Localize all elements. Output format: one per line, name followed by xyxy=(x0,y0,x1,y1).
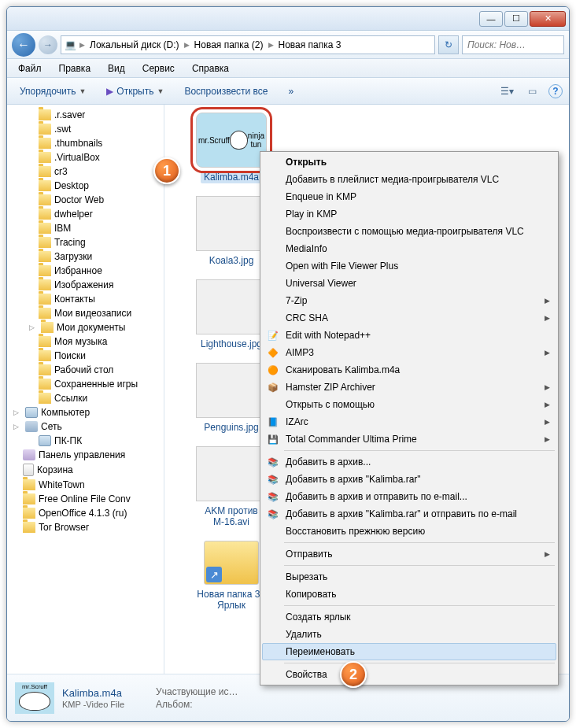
context-menu-item[interactable]: 📦Hamster ZIP Archiver▶ xyxy=(262,379,556,396)
tree-node[interactable]: ▷Мои документы xyxy=(7,320,164,334)
tree-node[interactable]: Desktop xyxy=(7,179,164,193)
crumb-disk[interactable]: Локальный диск (D:) xyxy=(88,39,181,50)
context-menu-item[interactable]: 📚Добавить в архив... xyxy=(262,453,556,471)
tree-node[interactable]: ▷Компьютер xyxy=(7,405,164,419)
menu-edit[interactable]: Правка xyxy=(51,61,99,76)
context-menu-item[interactable]: Open with File Viewer Plus xyxy=(262,257,556,275)
context-menu-item[interactable]: MediaInfo xyxy=(262,240,556,257)
tree-node[interactable]: ▷Сеть xyxy=(7,419,164,434)
tree-node[interactable]: Контакты xyxy=(7,292,164,306)
tree-node[interactable]: Рабочий стол xyxy=(7,363,164,377)
tree-node[interactable]: Избранное xyxy=(7,264,164,278)
tree-node[interactable]: dwhelper xyxy=(7,207,164,221)
context-menu-item[interactable]: Добавить в плейлист медиа-проигрывателя … xyxy=(262,171,556,188)
expand-icon[interactable]: ▷ xyxy=(28,323,36,332)
tree-node[interactable]: .VirtualBox xyxy=(7,150,164,164)
thumbnail-label: Lighthouse.jpg xyxy=(198,338,265,350)
context-menu-item[interactable]: Удалить xyxy=(262,626,556,643)
context-menu-item[interactable]: 📝Edit with Notepad++ xyxy=(262,327,556,344)
menu-item-label: Open with File Viewer Plus xyxy=(286,261,398,272)
menu-view[interactable]: Вид xyxy=(100,61,133,76)
menu-file[interactable]: Файл xyxy=(10,61,50,76)
help-icon[interactable]: ? xyxy=(548,84,563,98)
menu-help[interactable]: Справка xyxy=(184,61,237,76)
context-menu-item[interactable]: 💾Total Commander Ultima Prime▶ xyxy=(262,431,556,448)
menu-item-label: Enqueue in KMP xyxy=(286,191,356,202)
context-menu-item[interactable]: Создать ярлык xyxy=(262,608,556,626)
context-menu-item[interactable]: Universal Viewer xyxy=(262,275,556,292)
crumb-folder1[interactable]: Новая папка (2) xyxy=(193,39,265,50)
context-menu-item[interactable]: Вырезать xyxy=(262,568,556,586)
context-menu-item[interactable]: CRC SHA▶ xyxy=(262,309,556,327)
expand-icon[interactable]: ▷ xyxy=(12,408,20,417)
tree-node[interactable]: WhiteTown xyxy=(7,478,164,492)
expand-icon[interactable]: ▷ xyxy=(12,423,20,431)
context-menu-item[interactable]: 🔶AIMP3▶ xyxy=(262,344,556,361)
tree-label: cr3 xyxy=(54,166,68,177)
folder-icon xyxy=(39,209,51,220)
context-menu-item[interactable]: Enqueue in KMP xyxy=(262,188,556,205)
tree-node[interactable]: Загрузки xyxy=(7,249,164,264)
context-menu-item[interactable]: Восстановить прежнюю версию xyxy=(262,523,556,540)
tree-node[interactable]: cr3 xyxy=(7,164,164,179)
menu-item-label: Удалить xyxy=(286,629,322,640)
thumbnail-image xyxy=(196,446,267,501)
minimize-button[interactable]: — xyxy=(479,11,503,27)
folder-icon xyxy=(23,493,35,504)
tree-node[interactable]: Корзина xyxy=(7,462,164,478)
context-menu-item[interactable]: 📚Добавить в архив "Kalimba.rar" xyxy=(262,471,556,488)
context-menu-item[interactable]: Отправить▶ xyxy=(262,545,556,563)
close-button[interactable]: ✕ xyxy=(530,11,566,27)
toolbar-more-button[interactable]: » xyxy=(282,83,301,100)
context-menu-item[interactable]: Открыть с помощью▶ xyxy=(262,396,556,413)
tree-node[interactable]: Ссылки xyxy=(7,391,164,405)
back-button[interactable]: ← xyxy=(12,33,35,57)
tree-node[interactable]: Изображения xyxy=(7,278,164,292)
preview-pane-icon[interactable]: ▭ xyxy=(523,83,541,100)
context-menu-item[interactable]: 7-Zip▶ xyxy=(262,292,556,309)
breadcrumb[interactable]: 💻 ▶ Локальный диск (D:) ▶ Новая папка (2… xyxy=(61,35,435,54)
tree-node[interactable]: Doctor Web xyxy=(7,193,164,207)
folder-tree[interactable]: .r.saver.swt.thumbnails.VirtualBoxcr3Des… xyxy=(7,105,164,674)
view-options-icon[interactable]: ☰▾ xyxy=(498,83,515,100)
menu-item-label: Вырезать xyxy=(286,571,327,582)
open-button[interactable]: Открыть▼ xyxy=(100,83,170,100)
tree-node[interactable]: Моя музыка xyxy=(7,334,164,349)
context-menu-item[interactable]: Открыть xyxy=(262,153,556,171)
search-input[interactable] xyxy=(462,35,564,54)
tree-node[interactable]: Панель управления xyxy=(7,448,164,462)
folder-icon xyxy=(39,194,51,205)
menu-tools[interactable]: Сервис xyxy=(135,61,183,76)
context-menu-item[interactable]: 📘IZArc▶ xyxy=(262,413,556,431)
tree-node[interactable]: Tor Browser xyxy=(7,520,164,534)
tree-node[interactable]: .swt xyxy=(7,122,164,136)
context-menu-item[interactable]: 📚Добавить в архив "Kalimba.rar" и отправ… xyxy=(262,505,556,523)
tree-label: Избранное xyxy=(54,265,102,276)
organize-button[interactable]: Упорядочить▼ xyxy=(13,83,92,100)
tree-node[interactable]: OpenOffice 4.1.3 (ru) xyxy=(7,506,164,520)
tree-node[interactable]: Сохраненные игры xyxy=(7,377,164,391)
tree-node[interactable]: Мои видеозаписи xyxy=(7,306,164,320)
context-menu-item[interactable]: Копировать xyxy=(262,586,556,603)
context-menu-item[interactable]: Воспроизвести с помощью медиа-проигрыват… xyxy=(262,223,556,240)
context-menu-item[interactable]: 🟠Сканировать Kalimba.m4a xyxy=(262,361,556,379)
dropdown-arrow-icon: ▼ xyxy=(157,87,164,95)
context-menu-item[interactable]: Переименовать xyxy=(262,643,556,660)
submenu-arrow-icon: ▶ xyxy=(545,435,550,443)
tree-node[interactable]: .r.saver xyxy=(7,108,164,122)
maximize-button[interactable]: ☐ xyxy=(504,11,528,27)
context-menu-item[interactable]: Play in KMP xyxy=(262,205,556,223)
tree-node[interactable]: Поиски xyxy=(7,349,164,363)
refresh-button[interactable]: ↻ xyxy=(438,35,459,54)
nav-bar: ← → 💻 ▶ Локальный диск (D:) ▶ Новая папк… xyxy=(7,31,569,59)
tree-node[interactable]: IBM xyxy=(7,221,164,235)
menu-item-icon: 📘 xyxy=(267,416,279,428)
crumb-folder2[interactable]: Новая папка 3 xyxy=(277,39,343,50)
tree-node[interactable]: Tracing xyxy=(7,235,164,249)
tree-node[interactable]: Free Online File Conv xyxy=(7,492,164,506)
context-menu-item[interactable]: 📚Добавить в архив и отправить по e-mail.… xyxy=(262,488,556,505)
play-all-button[interactable]: Воспроизвести все xyxy=(178,83,274,100)
tree-node[interactable]: .thumbnails xyxy=(7,136,164,150)
context-menu-item[interactable]: Свойства xyxy=(262,666,556,683)
tree-node[interactable]: ПК-ПК xyxy=(7,434,164,448)
